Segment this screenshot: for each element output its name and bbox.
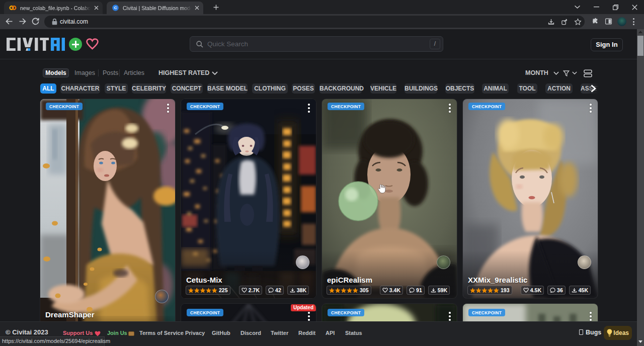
svg-text:C: C: [114, 6, 117, 10]
